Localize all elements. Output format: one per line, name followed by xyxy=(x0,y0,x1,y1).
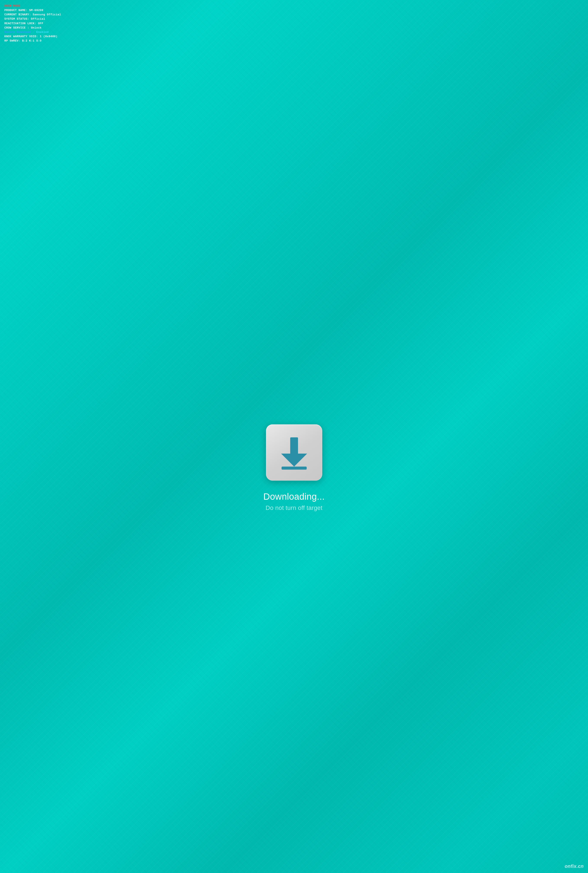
rp-swrev-value: B:2 K:1 S:0 xyxy=(22,39,42,42)
reactivation-lock-label: REACTIVATION LOCK: xyxy=(4,22,36,25)
knox-warranty-value: 1 (0x0400) xyxy=(40,35,58,38)
system-status-label: SYSTEM STATUS: xyxy=(4,17,29,21)
secure-download-line: Secure Download : Enabled xyxy=(4,30,584,34)
download-box xyxy=(266,424,322,481)
knox-warranty-line: KNOX WARRANTY VOID: 1 (0x0400) xyxy=(4,34,584,39)
product-name-label: PRODUCT NAME: xyxy=(4,9,27,12)
secure-download-value: Enabled xyxy=(36,30,48,34)
download-arrow-icon xyxy=(274,433,314,472)
watermark: onfix.cn xyxy=(565,864,584,869)
screen: ODIN MODE PRODUCT NAME: SM-G9200 CURRENT… xyxy=(0,0,588,873)
crow-service-value: Unlock xyxy=(31,26,42,29)
system-status-line: SYSTEM STATUS: Official xyxy=(4,17,584,21)
product-name-line: PRODUCT NAME: SM-G9200 xyxy=(4,8,584,12)
info-panel: ODIN MODE PRODUCT NAME: SM-G9200 CURRENT… xyxy=(0,0,588,45)
system-status-value: Official xyxy=(31,17,45,21)
odin-mode-label: ODIN MODE xyxy=(4,4,584,8)
reactivation-lock-value: OFF xyxy=(38,22,44,25)
download-area: Downloading... Do not turn off target xyxy=(0,58,588,873)
crow-service-label: CROW SERVICE : xyxy=(4,26,29,29)
knox-warranty-label: KNOX WARRANTY VOID: xyxy=(4,35,38,38)
downloading-text: Downloading... xyxy=(263,492,325,502)
current-binary-value: Samsung Official xyxy=(33,13,61,16)
product-name-value: SM-G9200 xyxy=(29,9,44,12)
svg-rect-0 xyxy=(290,437,298,456)
subtitle-text: Do not turn off target xyxy=(266,504,322,512)
rp-swrev-line: RP SWREV: B:2 K:1 S:0 xyxy=(4,39,584,43)
current-binary-label: CURRENT BINARY: xyxy=(4,13,31,16)
crow-service-line: CROW SERVICE : Unlock xyxy=(4,26,584,30)
reactivation-lock-line: REACTIVATION LOCK: OFF xyxy=(4,21,584,26)
rp-swrev-label: RP SWREV: xyxy=(4,39,20,42)
svg-rect-2 xyxy=(282,466,307,470)
current-binary-line: CURRENT BINARY: Samsung Official xyxy=(4,12,584,17)
secure-download-label: Secure Download : xyxy=(4,30,34,34)
svg-marker-1 xyxy=(281,454,307,466)
